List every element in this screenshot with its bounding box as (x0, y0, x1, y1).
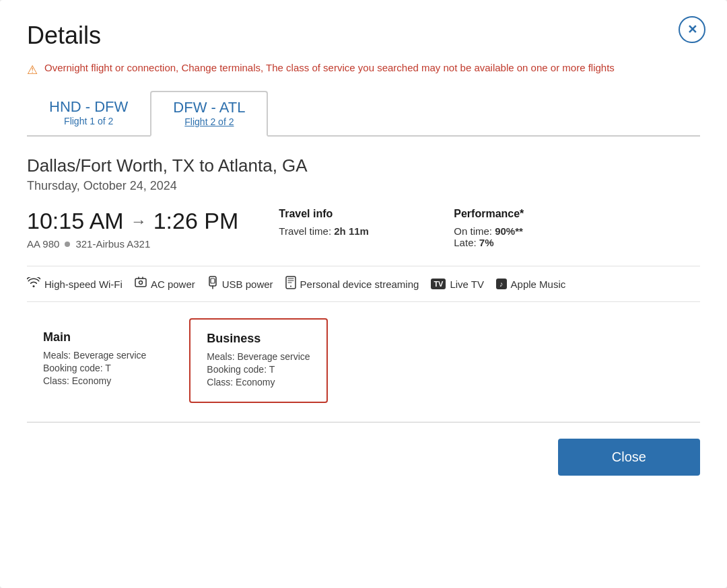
on-time-row: On time: 90%** (454, 225, 588, 237)
fare-main-title: Main (43, 330, 146, 344)
late-value: 7% (479, 237, 494, 248)
travel-info-col: Travel info Travel time: 2h 11m (279, 208, 413, 237)
flight-info-small: AA 980 321-Airbus A321 (27, 238, 238, 250)
amenity-wifi: High-speed Wi-Fi (27, 277, 123, 291)
modal-title: Details (27, 22, 700, 50)
live-tv-icon: TV (431, 279, 446, 289)
flight-number: AA 980 (27, 238, 59, 250)
wifi-icon (27, 277, 40, 291)
fare-card-main: Main Meals: Beverage service Booking cod… (27, 318, 162, 403)
warning-bar: ⚠ Overnight flight or connection, Change… (27, 62, 700, 77)
amenity-livetv-label: Live TV (450, 279, 484, 290)
depart-time: 10:15 AM (27, 208, 124, 234)
on-time-value: 90%** (495, 225, 523, 237)
fare-main-meals: Meals: Beverage service (43, 350, 146, 361)
usb-icon (207, 276, 218, 292)
late-label: Late: (454, 237, 476, 248)
performance-col: Performance* On time: 90%** Late: 7% (454, 208, 588, 248)
fare-classes-row: Main Meals: Beverage service Booking cod… (27, 318, 700, 403)
on-time-label: On time: (454, 225, 492, 237)
times-row: 10:15 AM → 1:26 PM (27, 208, 238, 234)
warning-icon: ⚠ (27, 63, 38, 77)
fare-main-class: Class: Economy (43, 375, 146, 386)
route-title: Dallas/Fort Worth, TX to Atlanta, GA (27, 155, 700, 176)
travel-time-value: 2h 11m (334, 225, 369, 237)
travel-time-label: Travel time: (279, 225, 331, 237)
details-modal: Details ✕ ⚠ Overnight flight or connecti… (0, 0, 727, 588)
fare-main-booking: Booking code: T (43, 363, 146, 373)
arrive-time: 1:26 PM (153, 208, 239, 234)
amenity-usb-label: USB power (222, 279, 273, 290)
aircraft-type: 321-Airbus A321 (75, 238, 150, 250)
amenities-row: High-speed Wi-Fi AC power (27, 266, 700, 302)
close-action-label: Close (612, 449, 646, 464)
flight-main-row: 10:15 AM → 1:26 PM AA 980 321-Airbus A32… (27, 208, 700, 250)
travel-info-header: Travel info (279, 208, 413, 220)
amenity-device-streaming: Personal device streaming (285, 276, 419, 292)
close-x-button[interactable]: ✕ (679, 16, 705, 43)
svg-rect-0 (135, 279, 146, 287)
fare-business-class: Class: Economy (207, 377, 310, 388)
tab-flight-2[interactable]: DFW - ATL Flight 2 of 2 (150, 91, 268, 137)
tab-1-label: Flight 1 of 2 (49, 116, 128, 126)
bottom-bar: Close (27, 422, 700, 481)
amenity-usb: USB power (207, 276, 273, 292)
device-streaming-icon (285, 276, 296, 292)
svg-rect-6 (211, 279, 215, 283)
close-x-icon: ✕ (687, 22, 697, 37)
tab-flight-1[interactable]: HND - DFW Flight 1 of 2 (27, 91, 150, 137)
svg-point-8 (290, 286, 291, 287)
close-action-button[interactable]: Close (558, 439, 700, 476)
route-date: Thursday, October 24, 2024 (27, 179, 700, 193)
tab-2-label: Flight 2 of 2 (173, 116, 245, 127)
fare-card-business: Business Meals: Beverage service Booking… (189, 318, 327, 403)
svg-point-3 (139, 281, 142, 285)
amenity-device-label: Personal device streaming (300, 279, 419, 290)
ac-icon (135, 277, 147, 291)
flight-times: 10:15 AM → 1:26 PM AA 980 321-Airbus A32… (27, 208, 238, 250)
amenity-music-label: Apple Music (511, 279, 566, 290)
amenity-ac: AC power (135, 277, 195, 291)
tabs-row: HND - DFW Flight 1 of 2 DFW - ATL Flight… (27, 91, 700, 137)
fare-business-title: Business (207, 332, 310, 346)
tab-2-route: DFW - ATL (173, 99, 245, 116)
dot-separator (65, 242, 70, 247)
late-row: Late: 7% (454, 237, 588, 248)
fare-business-meals: Meals: Beverage service (207, 351, 310, 362)
apple-music-icon: ♪ (496, 279, 507, 289)
amenity-apple-music: ♪ Apple Music (496, 279, 565, 290)
tab-1-route: HND - DFW (49, 98, 128, 116)
performance-header: Performance* (454, 208, 588, 220)
amenity-live-tv: TV Live TV (431, 279, 484, 290)
amenity-ac-label: AC power (151, 279, 195, 290)
arrow-icon: → (131, 212, 147, 231)
travel-time-row: Travel time: 2h 11m (279, 225, 413, 237)
warning-text: Overnight flight or connection, Change t… (44, 62, 615, 73)
fare-business-booking: Booking code: T (207, 364, 310, 375)
amenity-wifi-label: High-speed Wi-Fi (44, 279, 123, 290)
